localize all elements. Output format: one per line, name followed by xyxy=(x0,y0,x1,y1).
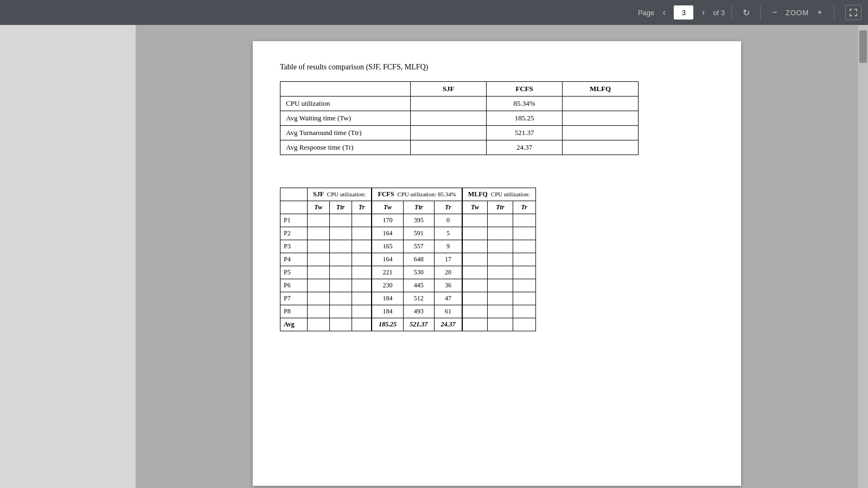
table-header-row: SJF FCFS MLFQ xyxy=(280,82,639,97)
fcfs-tr-cell: 47 xyxy=(434,292,462,305)
page-title: Table of results comparison (SJF, FCFS, … xyxy=(280,63,714,72)
col-header-fcfs: FCFS xyxy=(487,82,563,97)
table-row: P7 184 512 47 xyxy=(280,292,536,305)
fcfs-tw-cell: 164 xyxy=(372,227,403,240)
fcfs-ttr-cell: 557 xyxy=(403,240,434,253)
fcfs-cpu: 85.34% xyxy=(487,97,563,111)
sjf-ttr-cell xyxy=(329,253,352,266)
fcfs-tr-cell: 36 xyxy=(434,279,462,292)
page-document: Table of results comparison (SJF, FCFS, … xyxy=(253,41,741,486)
mlfq-ttr-cell xyxy=(488,240,513,253)
detail-col-proc xyxy=(280,188,308,201)
fcfs-ttr-cell: 493 xyxy=(403,305,434,318)
sjf-ttr xyxy=(411,126,487,140)
prev-page-button[interactable]: ‹ xyxy=(656,5,672,20)
metric-tr: Avg Response time (Tr) xyxy=(280,140,411,155)
proc-name: P7 xyxy=(280,292,308,305)
avg-mlfq-ttr xyxy=(488,318,513,331)
avg-sjf-tr xyxy=(352,318,372,331)
next-page-button[interactable]: › xyxy=(695,5,711,20)
mlfq-tw-cell xyxy=(462,305,488,318)
sjf-tw-cell xyxy=(308,240,330,253)
metric-ttr: Avg Turnaround time (Ttr) xyxy=(280,126,411,140)
expand-button[interactable] xyxy=(845,5,861,20)
main-area: Table of results comparison (SJF, FCFS, … xyxy=(0,25,868,488)
sjf-tr-cell xyxy=(352,214,372,227)
avg-fcfs-ttr: 521.37 xyxy=(403,318,434,331)
sjf-ttr-cell xyxy=(329,279,352,292)
table-row: P4 164 648 17 xyxy=(280,253,536,266)
fcfs-tw-cell: 230 xyxy=(372,279,403,292)
sjf-ttr-cell xyxy=(329,214,352,227)
table-row: CPU utilization 85.34% xyxy=(280,97,639,111)
proc-name: P2 xyxy=(280,227,308,240)
fcfs-tw-cell: 164 xyxy=(372,253,403,266)
fcfs-tw-cell: 184 xyxy=(372,292,403,305)
col-header-sjf: SJF xyxy=(411,82,487,97)
page-number-input[interactable] xyxy=(674,5,693,20)
sjf-tw-cell xyxy=(308,305,330,318)
sjf-tr xyxy=(411,140,487,155)
sjf-tr-cell xyxy=(352,279,372,292)
mlfq-tr-cell xyxy=(513,279,535,292)
zoom-out-button[interactable]: − xyxy=(767,5,782,20)
toolbar: Page ‹ › of 3 ↻ − ZOOM + xyxy=(0,0,868,25)
mlfq-tw-cell xyxy=(462,279,488,292)
fcfs-tr-cell: 17 xyxy=(434,253,462,266)
sjf-tw-cell xyxy=(308,292,330,305)
avg-sjf-tw xyxy=(308,318,330,331)
comparison-table: SJF FCFS MLFQ CPU utilization 85.34% Avg… xyxy=(280,81,639,155)
mlfq-tw-cell xyxy=(462,227,488,240)
table-row: Avg Response time (Tr) 24.37 xyxy=(280,140,639,155)
mlfq-tr-cell xyxy=(513,253,535,266)
sjf-tw xyxy=(411,111,487,126)
sjf-ttr-cell xyxy=(329,305,352,318)
table-row: P1 170 395 0 xyxy=(280,214,536,227)
mlfq-tr xyxy=(563,140,639,155)
proc-name: P3 xyxy=(280,240,308,253)
fcfs-tr-cell: 61 xyxy=(434,305,462,318)
metric-tw: Avg Waiting time (Tw) xyxy=(280,111,411,126)
mlfq-ttr-cell xyxy=(488,292,513,305)
table-row: Avg Waiting time (Tw) 185.25 xyxy=(280,111,639,126)
page-label: Page xyxy=(638,9,654,17)
sjf-tw-cell xyxy=(308,266,330,279)
fcfs-tw-cell: 184 xyxy=(372,305,403,318)
mlfq-tr-cell xyxy=(513,292,535,305)
sjf-tr-cell xyxy=(352,266,372,279)
detail-sjf-tr: Tr xyxy=(352,201,372,214)
sjf-tr-cell xyxy=(352,227,372,240)
fcfs-tr-cell: 9 xyxy=(434,240,462,253)
proc-name: P8 xyxy=(280,305,308,318)
fcfs-ttr: 521.37 xyxy=(487,126,563,140)
page-area[interactable]: Table of results comparison (SJF, FCFS, … xyxy=(136,25,858,488)
table-row: Avg Turnaround time (Ttr) 521.37 xyxy=(280,126,639,140)
fcfs-ttr-cell: 530 xyxy=(403,266,434,279)
mlfq-tw-cell xyxy=(462,266,488,279)
mlfq-ttr-cell xyxy=(488,253,513,266)
fcfs-tw-cell: 221 xyxy=(372,266,403,279)
toolbar-divider-2 xyxy=(760,5,761,20)
detail-sjf-header: SJF CPU utilization: xyxy=(308,188,372,201)
sjf-tr-cell xyxy=(352,240,372,253)
detail-sjf-tw: Tw xyxy=(308,201,330,214)
avg-row: Avg 185.25 521.37 24.37 xyxy=(280,318,536,331)
mlfq-ttr-cell xyxy=(488,227,513,240)
fcfs-tr-cell: 0 xyxy=(434,214,462,227)
fcfs-tr-cell: 20 xyxy=(434,266,462,279)
detail-sjf-ttr: Ttr xyxy=(329,201,352,214)
sjf-tr-cell xyxy=(352,253,372,266)
sjf-ttr-cell xyxy=(329,266,352,279)
refresh-button[interactable]: ↻ xyxy=(738,5,754,20)
fcfs-ttr-cell: 591 xyxy=(403,227,434,240)
scrollbar-thumb[interactable] xyxy=(859,30,867,63)
page-navigation: Page ‹ › of 3 xyxy=(638,5,725,20)
fcfs-ttr-cell: 395 xyxy=(403,214,434,227)
zoom-in-button[interactable]: + xyxy=(812,5,827,20)
right-scrollbar[interactable] xyxy=(858,25,868,488)
fcfs-tw-cell: 165 xyxy=(372,240,403,253)
fcfs-ttr-cell: 648 xyxy=(403,253,434,266)
mlfq-ttr xyxy=(563,126,639,140)
mlfq-tw-cell xyxy=(462,253,488,266)
fcfs-ttr-cell: 445 xyxy=(403,279,434,292)
